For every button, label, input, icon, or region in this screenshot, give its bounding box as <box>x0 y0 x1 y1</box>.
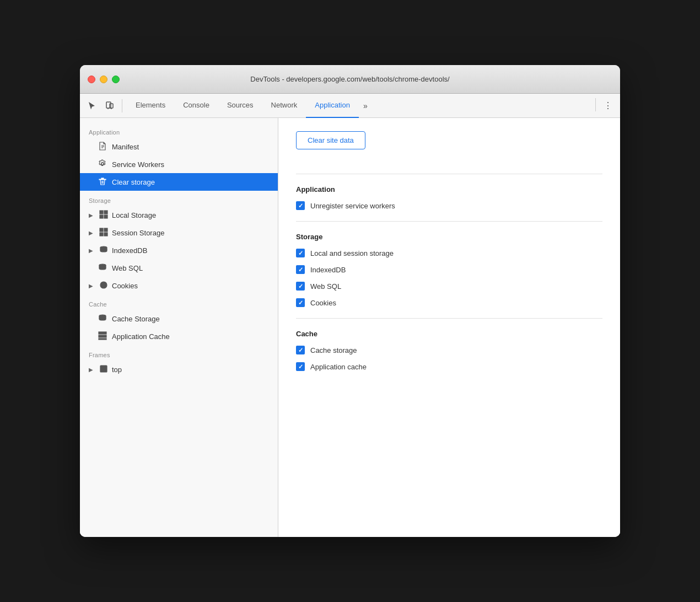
svg-rect-4 <box>100 211 103 214</box>
sidebar: Application Manifest Service Workers Cle… <box>80 118 278 537</box>
svg-rect-7 <box>104 215 107 218</box>
checkmark-icon: ✓ <box>298 363 303 370</box>
expand-arrow-top: ▶ <box>89 367 95 373</box>
svg-rect-21 <box>99 335 106 337</box>
divider-3 <box>296 318 602 319</box>
menu-icon[interactable]: ⋮ <box>600 98 616 114</box>
svg-point-17 <box>102 286 103 287</box>
toolbar-tabs: Elements Console Sources Network Applica… <box>127 94 591 118</box>
expand-arrow-indexeddb: ▶ <box>89 248 95 254</box>
checkmark-icon: ✓ <box>298 347 303 354</box>
grid-icon-local-storage <box>99 210 109 221</box>
expand-arrow-session-storage: ▶ <box>89 230 95 236</box>
checkbox-cookies-label: Cookies <box>310 299 336 307</box>
web-sql-label: Web SQL <box>112 264 143 272</box>
sidebar-item-web-sql[interactable]: Web SQL <box>80 259 278 277</box>
panel-section-application-title: Application <box>296 185 602 194</box>
sidebar-section-storage-label: Storage <box>80 191 278 206</box>
maximize-button[interactable] <box>112 76 120 83</box>
devtools-window: DevTools - developers.google.com/web/too… <box>80 65 620 537</box>
checkbox-application-cache-label: Application cache <box>310 363 367 371</box>
expand-arrow-cookies: ▶ <box>89 283 95 289</box>
svg-rect-23 <box>100 366 107 372</box>
trash-icon <box>98 177 107 187</box>
toolbar-end-divider <box>595 98 596 111</box>
svg-rect-10 <box>100 233 103 236</box>
checkbox-web-sql-box[interactable]: ✓ <box>296 282 305 291</box>
svg-point-14 <box>100 282 107 288</box>
sidebar-item-local-storage[interactable]: ▶ Local Storage <box>80 206 278 224</box>
svg-rect-0 <box>106 102 111 108</box>
checkmark-icon: ✓ <box>298 283 303 290</box>
session-storage-label: Session Storage <box>112 229 164 237</box>
checkmark-icon: ✓ <box>298 250 303 257</box>
sidebar-item-application-cache[interactable]: Application Cache <box>80 327 278 345</box>
tab-application[interactable]: Application <box>306 94 359 118</box>
clear-site-data-button[interactable]: Clear site data <box>296 131 365 149</box>
checkbox-application-cache-box[interactable]: ✓ <box>296 362 305 371</box>
cursor-icon[interactable] <box>84 98 100 114</box>
database-icon-indexeddb <box>99 245 109 256</box>
svg-rect-1 <box>110 104 113 108</box>
checkbox-web-sql-label: Web SQL <box>310 282 341 291</box>
cookies-label: Cookies <box>112 282 138 290</box>
traffic-lights <box>88 76 120 83</box>
toolbar-divider <box>122 99 122 112</box>
divider-2 <box>296 221 602 222</box>
cookie-icon <box>99 281 109 291</box>
cache-storage-label: Cache Storage <box>112 315 160 323</box>
checkmark-icon: ✓ <box>298 299 303 307</box>
tab-elements[interactable]: Elements <box>127 94 174 118</box>
sidebar-item-service-workers[interactable]: Service Workers <box>80 155 278 173</box>
divider-1 <box>296 174 602 174</box>
window-title: DevTools - developers.google.com/web/too… <box>250 75 449 83</box>
sidebar-item-cookies[interactable]: ▶ Cookies <box>80 277 278 294</box>
panel-section-storage-title: Storage <box>296 233 602 241</box>
svg-point-15 <box>101 283 103 284</box>
frame-icon <box>99 364 109 375</box>
file-icon <box>98 142 107 152</box>
checkbox-indexeddb-box[interactable]: ✓ <box>296 265 305 274</box>
sidebar-item-cache-storage[interactable]: Cache Storage <box>80 310 278 327</box>
svg-rect-9 <box>104 228 107 232</box>
svg-rect-5 <box>104 211 107 214</box>
checkbox-indexeddb: ✓ IndexedDB <box>296 265 602 274</box>
checkbox-web-sql: ✓ Web SQL <box>296 282 602 291</box>
checkbox-local-session-box[interactable]: ✓ <box>296 249 305 257</box>
tab-network[interactable]: Network <box>262 94 306 118</box>
sidebar-item-clear-storage[interactable]: Clear storage <box>80 173 278 191</box>
sidebar-item-top[interactable]: ▶ top <box>80 361 278 378</box>
more-tabs-button[interactable]: » <box>359 101 372 110</box>
panel-section-cache-title: Cache <box>296 330 602 338</box>
sidebar-item-session-storage[interactable]: ▶ Session Storage <box>80 224 278 241</box>
panel-section-storage: Storage ✓ Local and session storage ✓ In… <box>296 233 602 307</box>
checkbox-unregister-sw-box[interactable]: ✓ <box>296 201 305 210</box>
grid-icon-app-cache <box>98 331 107 342</box>
checkmark-icon: ✓ <box>298 202 303 209</box>
device-icon[interactable] <box>102 98 117 114</box>
checkbox-application-cache: ✓ Application cache <box>296 362 602 371</box>
checkbox-cache-storage-box[interactable]: ✓ <box>296 346 305 354</box>
toolbar: Elements Console Sources Network Applica… <box>80 94 620 118</box>
minimize-button[interactable] <box>100 76 107 83</box>
indexeddb-label: IndexedDB <box>112 246 147 255</box>
close-button[interactable] <box>88 76 95 83</box>
clear-storage-label: Clear storage <box>112 178 155 186</box>
tab-console[interactable]: Console <box>174 94 218 118</box>
sidebar-item-indexeddb[interactable]: ▶ IndexedDB <box>80 241 278 259</box>
svg-rect-22 <box>99 338 106 340</box>
checkbox-cookies-box[interactable]: ✓ <box>296 298 305 307</box>
svg-rect-8 <box>100 228 103 232</box>
tab-sources[interactable]: Sources <box>218 94 262 118</box>
application-cache-label: Application Cache <box>112 332 170 341</box>
expand-arrow-local-storage: ▶ <box>89 212 95 218</box>
checkbox-cache-storage: ✓ Cache storage <box>296 346 602 354</box>
panel-section-application: Application ✓ Unregister service workers <box>296 185 602 210</box>
sidebar-section-frames-label: Frames <box>80 345 278 361</box>
sidebar-item-manifest[interactable]: Manifest <box>80 138 278 155</box>
checkbox-unregister-sw-label: Unregister service workers <box>310 202 395 210</box>
toolbar-end: ⋮ <box>593 98 616 114</box>
checkbox-local-session-label: Local and session storage <box>310 249 394 257</box>
checkmark-icon: ✓ <box>298 266 303 273</box>
checkbox-local-session: ✓ Local and session storage <box>296 249 602 257</box>
